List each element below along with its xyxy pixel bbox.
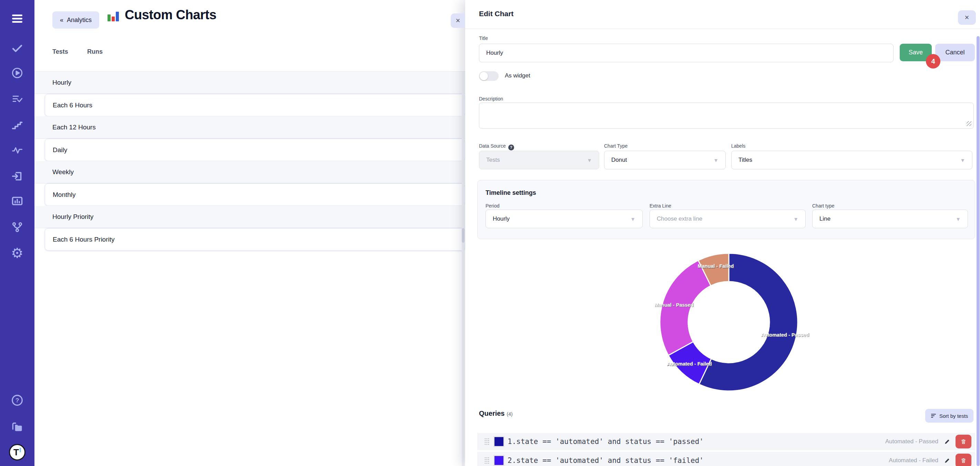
period-value: Hourly — [493, 216, 510, 222]
chart-list-item-label: Weekly — [35, 168, 74, 176]
timeline-chart-type-select[interactable]: Line ▼ — [812, 209, 968, 228]
chevron-down-icon: ▼ — [630, 216, 635, 222]
data-source-label: Data Source? — [479, 143, 514, 151]
tab-tests[interactable]: Tests — [52, 48, 68, 55]
chart-list-item[interactable]: Each 6 Hours Priority — [45, 228, 465, 250]
drawer-close-right-button[interactable]: × — [958, 10, 976, 25]
chart-list-item-label: Each 12 Hours — [35, 124, 96, 131]
donut-slice-label: Automated - Passed — [761, 332, 809, 338]
data-source-select[interactable]: Tests ▼ — [479, 151, 599, 169]
list-scrollbar-track — [462, 71, 465, 466]
edit-pencil-icon[interactable] — [944, 457, 951, 464]
tests-check-icon[interactable] — [10, 41, 25, 56]
chevron-down-icon: ▼ — [960, 157, 965, 163]
query-series-label: Automated - Passed — [885, 438, 938, 445]
chart-list-item[interactable]: Each 6 Hours — [45, 94, 465, 116]
edit-pencil-icon[interactable] — [944, 438, 951, 445]
back-to-analytics-button[interactable]: « Analytics — [52, 11, 99, 29]
chart-list-item-label: Hourly — [35, 79, 71, 86]
timeline-chart-type-value: Line — [819, 216, 830, 222]
donut-slice-label: Automated - Failed — [667, 361, 712, 366]
donut-slice-label: Manual - Passed — [654, 302, 694, 307]
query-color-swatch — [493, 455, 504, 466]
query-rows: 1.state == 'automated' and status == 'pa… — [477, 433, 975, 466]
query-code: state == 'automated' and status == 'pass… — [516, 437, 704, 446]
chart-list-item-label: Hourly Priority — [35, 213, 93, 220]
page-title: Custom Charts — [107, 8, 216, 22]
git-branch-icon[interactable] — [10, 220, 25, 235]
as-widget-toggle[interactable] — [479, 71, 499, 81]
as-widget-label: As widget — [505, 72, 530, 79]
title-field-label: Title — [479, 35, 488, 41]
edit-chart-drawer: × Edit Chart × Title Hourly Save Cancel … — [465, 0, 980, 466]
drawer-scrollbar-thumb[interactable] — [977, 36, 980, 466]
custom-charts-panel: « Analytics Custom Charts Tests Runs Hou… — [35, 0, 465, 466]
help-question-icon[interactable]: ? — [10, 393, 25, 408]
close-icon: × — [965, 13, 969, 22]
sidebar: ⚙ ? T — [0, 0, 35, 466]
chart-type-select[interactable]: Donut ▼ — [604, 151, 726, 169]
chart-list-item[interactable]: Hourly — [35, 71, 465, 94]
queries-count: (4) — [506, 411, 512, 417]
chevron-down-icon: ▼ — [793, 216, 799, 222]
period-label: Period — [485, 203, 499, 209]
svg-text:?: ? — [16, 397, 19, 404]
runs-play-circle-icon[interactable] — [10, 65, 25, 81]
title-input[interactable]: Hourly — [479, 44, 894, 62]
app-logo[interactable]: T — [9, 444, 25, 461]
analytics-pulse-icon[interactable] — [10, 143, 25, 158]
chevron-down-icon: ▼ — [956, 216, 961, 222]
chart-list: HourlyEach 6 HoursEach 12 HoursDailyWeek… — [35, 71, 465, 250]
extra-line-placeholder: Choose extra line — [657, 216, 702, 222]
close-icon: × — [456, 16, 460, 25]
chart-list-item[interactable]: Weekly — [35, 161, 465, 184]
sort-button-label: Sort by tests — [939, 413, 968, 419]
settings-gear-icon[interactable]: ⚙ — [10, 246, 25, 260]
delete-query-button[interactable] — [956, 435, 971, 449]
cancel-button[interactable]: Cancel — [935, 44, 975, 61]
labels-select[interactable]: Titles ▼ — [731, 151, 972, 169]
chart-list-item-label: Each 6 Hours Priority — [45, 236, 115, 243]
bar-chart-emoji-icon — [107, 8, 120, 22]
trash-icon — [960, 438, 967, 445]
chart-list-item[interactable]: Hourly Priority — [35, 206, 465, 228]
import-sign-in-icon[interactable] — [10, 169, 25, 184]
chart-type-label: Chart Type — [604, 143, 627, 149]
sort-icon — [931, 413, 936, 418]
period-select[interactable]: Hourly ▼ — [485, 209, 643, 228]
test-plans-playlist-check-icon[interactable] — [10, 91, 25, 106]
projects-folders-icon[interactable] — [10, 419, 25, 434]
delete-query-button[interactable] — [956, 453, 971, 466]
chart-type-value: Donut — [611, 157, 627, 163]
labels-label: Labels — [731, 143, 745, 149]
queries-count-badge: 4 — [926, 54, 940, 68]
textarea-resize-grip-icon[interactable] — [967, 121, 971, 126]
sort-by-tests-button[interactable]: Sort by tests — [925, 409, 974, 423]
drag-handle-icon[interactable] — [484, 457, 489, 464]
timeline-settings-heading: Timeline settings — [485, 189, 536, 197]
milestones-steps-icon[interactable] — [10, 117, 25, 133]
reports-bar-chart-icon[interactable] — [10, 193, 25, 209]
help-circle-icon[interactable]: ? — [508, 144, 514, 151]
description-textarea[interactable] — [479, 103, 974, 129]
chart-list-item-label: Each 6 Hours — [45, 101, 92, 109]
chart-list-item-label: Daily — [45, 146, 67, 154]
chevron-down-icon: ▼ — [587, 157, 592, 163]
extra-line-select[interactable]: Choose extra line ▼ — [649, 209, 806, 228]
timeline-settings-box: Timeline settings Period Extra Line Char… — [477, 180, 975, 239]
drag-handle-icon[interactable] — [484, 438, 489, 445]
donut-chart: Automated - PassedAutomated - PassedAuto… — [639, 241, 818, 405]
tab-runs[interactable]: Runs — [87, 48, 103, 55]
chart-list-item-label: Monthly — [45, 191, 76, 198]
hamburger-menu-icon[interactable] — [10, 11, 25, 26]
timeline-chart-type-label: Chart type — [812, 203, 835, 209]
chart-list-item[interactable]: Monthly — [45, 184, 465, 206]
description-label: Description — [479, 96, 503, 101]
chart-list-item[interactable]: Daily — [45, 139, 465, 161]
drawer-close-left-button[interactable]: × — [451, 13, 465, 28]
trash-icon — [960, 457, 967, 464]
list-scrollbar-thumb[interactable] — [462, 228, 465, 243]
drawer-header: Edit Chart × — [465, 0, 980, 29]
query-row: 2.state == 'automated' and status == 'fa… — [477, 452, 975, 466]
chart-list-item[interactable]: Each 12 Hours — [35, 116, 465, 139]
